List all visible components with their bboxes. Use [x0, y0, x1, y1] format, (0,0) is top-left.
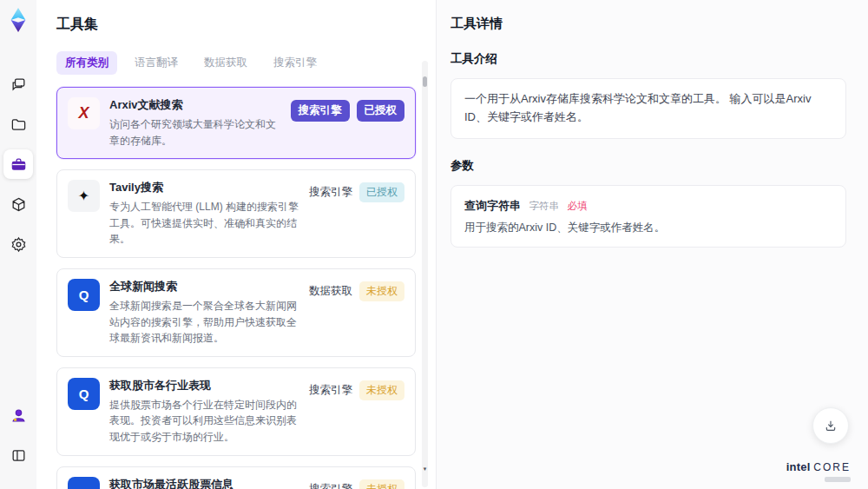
tool-name: 获取股市各行业表现: [109, 378, 299, 393]
intel-logo-sub-mark: [825, 477, 851, 482]
gear-icon: [10, 236, 27, 253]
sidebar-item-models[interactable]: [3, 189, 33, 219]
tool-name: 全球新闻搜索: [109, 279, 299, 294]
tool-card[interactable]: Q 获取市场最活跃股票信息 提供当天交易量最高的股票列表。投资者可以利用这些信息…: [56, 466, 416, 489]
param-description: 用于搜索的Arxiv ID、关键字或作者姓名。: [464, 221, 832, 235]
param-type: 字符串: [529, 201, 559, 211]
page-title: 工具集: [56, 16, 431, 34]
tool-icon-news: Q: [68, 378, 100, 410]
intro-heading: 工具介绍: [450, 51, 846, 67]
sidebar-item-files[interactable]: [3, 109, 33, 139]
tool-detail-panel: 工具详情 工具介绍 一个用于从Arxiv存储库搜索科学论文和文章的工具。 输入可…: [436, 0, 868, 489]
tool-card[interactable]: X Arxiv文献搜索 访问各个研究领域大量科学论文和文章的存储库。 搜索引擎 …: [56, 87, 416, 159]
intro-text: 一个用于从Arxiv存储库搜索科学论文和文章的工具。 输入可以是Arxiv ID…: [464, 90, 832, 127]
tool-category-tag: 数据获取: [309, 281, 352, 301]
tool-status-badge: 已授权: [357, 100, 405, 122]
cube-icon: [10, 196, 27, 213]
chat-icon: [10, 76, 27, 93]
app-sidebar: [0, 0, 36, 489]
tool-icon-tavily: ✦: [68, 180, 100, 212]
intel-core-logo: intel CORE: [786, 460, 851, 473]
tool-status-badge: 未授权: [359, 479, 404, 489]
tool-description: 提供股票市场各个行业在特定时间段内的表现。投资者可以利用这些信息来识别表现优于或…: [109, 397, 299, 446]
tool-status-badge: 未授权: [359, 380, 404, 400]
tool-description: 访问各个研究领域大量科学论文和文章的存储库。: [109, 116, 281, 149]
app-logo-icon: [5, 7, 31, 33]
param-name: 查询字符串: [464, 199, 521, 212]
user-icon: [10, 407, 27, 424]
sidebar-item-settings[interactable]: [3, 229, 33, 259]
list-scrollbar[interactable]: ▼: [422, 61, 428, 487]
app-window: 工具集 所有类别 语言翻译 数据获取 搜索引擎 X Arxiv文献搜索 访问各个…: [0, 0, 868, 489]
tool-category-tag: 搜索引擎: [291, 100, 350, 122]
tool-category-tag: 搜索引擎: [309, 182, 352, 202]
tool-category-tag: 搜索引擎: [309, 380, 352, 400]
tool-name: 获取市场最活跃股票信息: [109, 477, 299, 489]
intro-card: 一个用于从Arxiv存储库搜索科学论文和文章的工具。 输入可以是Arxiv ID…: [450, 78, 846, 139]
tool-card[interactable]: Q 获取股市各行业表现 提供股票市场各个行业在特定时间段内的表现。投资者可以利用…: [56, 367, 416, 456]
category-tab[interactable]: 语言翻译: [126, 51, 187, 75]
category-tab[interactable]: 数据获取: [195, 51, 256, 75]
tool-list-panel: 工具集 所有类别 语言翻译 数据获取 搜索引擎 X Arxiv文献搜索 访问各个…: [36, 0, 436, 489]
param-required-flag: 必填: [567, 201, 587, 211]
toolbox-icon: [10, 156, 27, 173]
sidebar-item-chat[interactable]: [3, 69, 33, 99]
tool-category-tag: 搜索引擎: [309, 479, 352, 489]
detail-title: 工具详情: [450, 16, 846, 32]
params-heading: 参数: [450, 158, 846, 174]
download-icon: [824, 419, 838, 433]
tool-icon-arxiv: X: [68, 97, 100, 129]
category-tab[interactable]: 所有类别: [56, 51, 117, 75]
category-tab[interactable]: 搜索引擎: [265, 51, 326, 75]
tool-list: X Arxiv文献搜索 访问各个研究领域大量科学论文和文章的存储库。 搜索引擎 …: [56, 87, 416, 489]
tool-description: 专为人工智能代理 (LLM) 构建的搜索引擎工具。可快速提供实时、准确和真实的结…: [109, 199, 299, 248]
folder-icon: [10, 116, 27, 133]
tool-icon-news: Q: [68, 477, 100, 489]
tool-status-badge: 已授权: [359, 182, 404, 202]
tool-card[interactable]: Q 全球新闻搜索 全球新闻搜索是一个聚合全球各大新闻网站内容的搜索引擎，帮助用户…: [56, 268, 416, 357]
tool-card[interactable]: ✦ Tavily搜索 专为人工智能代理 (LLM) 构建的搜索引擎工具。可快速提…: [56, 169, 416, 258]
tool-name: Arxiv文献搜索: [109, 97, 281, 113]
tool-icon-news: Q: [68, 279, 100, 311]
scrollbar-thumb[interactable]: [423, 76, 427, 87]
tool-name: Tavily搜索: [109, 180, 299, 195]
download-button[interactable]: [812, 407, 849, 444]
param-card: 查询字符串 字符串 必填 用于搜索的Arxiv ID、关键字或作者姓名。: [450, 185, 846, 248]
sidebar-item-account[interactable]: [3, 400, 33, 430]
tool-description: 全球新闻搜索是一个聚合全球各大新闻网站内容的搜索引擎，帮助用户快速获取全球最新资…: [109, 298, 299, 347]
sidebar-item-collapse[interactable]: [3, 440, 33, 470]
sidebar-item-tools[interactable]: [3, 149, 33, 179]
tool-status-badge: 未授权: [359, 281, 404, 301]
panel-icon: [10, 447, 27, 464]
scrollbar-down-arrow[interactable]: ▼: [422, 466, 428, 472]
category-tabs: 所有类别 语言翻译 数据获取 搜索引擎: [56, 51, 431, 75]
